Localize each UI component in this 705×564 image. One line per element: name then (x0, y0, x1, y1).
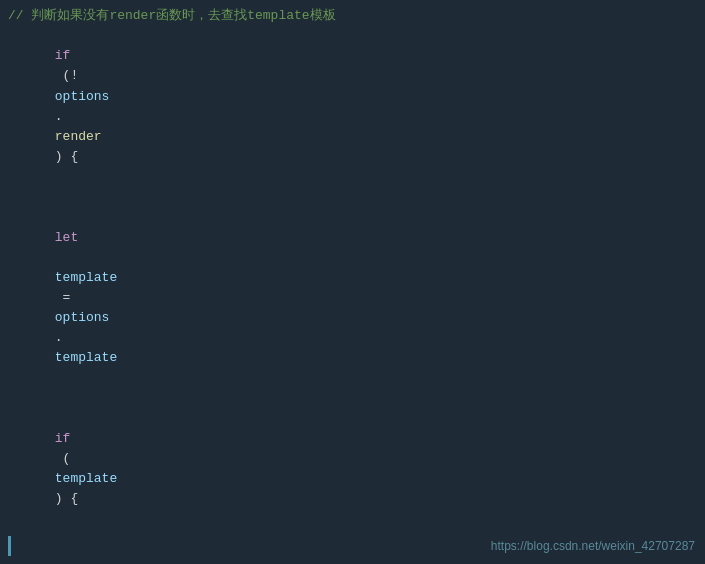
line-indicator (8, 536, 11, 556)
code-text: // 判断如果没有render函数时，去查找template模板 (8, 8, 336, 23)
code-line: if ( template ) { (0, 389, 705, 530)
code-line: let template = options . template (0, 187, 705, 388)
code-line: if (! options . render ) { (0, 26, 705, 187)
code-container: // 判断如果没有render函数时，去查找template模板 if (! o… (0, 0, 705, 564)
watermark: https://blog.csdn.net/weixin_42707287 (491, 537, 695, 556)
code-line: // 判断如果没有render函数时，去查找template模板 (0, 6, 705, 26)
